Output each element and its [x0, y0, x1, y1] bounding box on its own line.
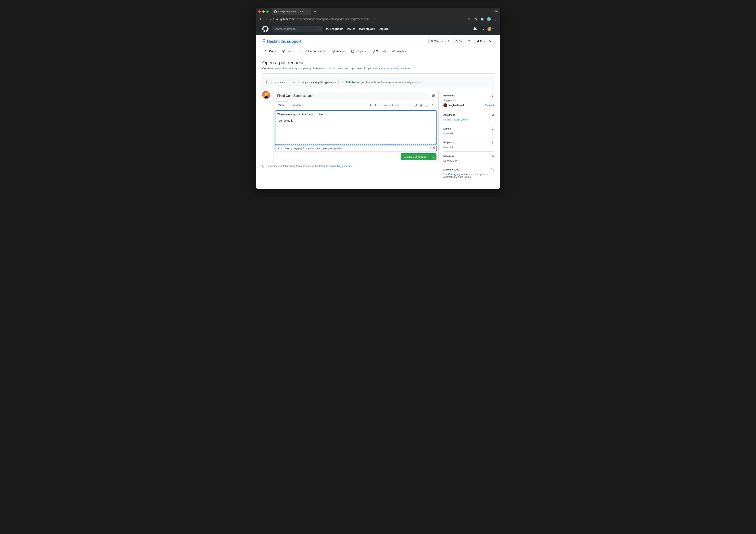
github-nav: Pull requests Issues Marketplace Explore [326, 27, 389, 31]
repo-owner-link[interactable]: Hashnode [267, 39, 285, 43]
heading-icon[interactable]: H [370, 103, 372, 107]
notification-dot [475, 27, 477, 28]
projects-section: Projects None yet [444, 138, 494, 151]
nav-explore[interactable]: Explore [378, 27, 389, 31]
new-tab-button[interactable]: + [312, 10, 318, 14]
gear-icon[interactable] [491, 127, 494, 130]
gear-icon[interactable] [491, 94, 494, 97]
tab-projects[interactable]: Projects [349, 48, 368, 55]
url-path: /Hashnode/support/compare/catalinpit/fix… [294, 17, 370, 21]
zoom-icon[interactable] [468, 17, 471, 21]
repo-icon [262, 40, 265, 43]
assign-yourself-link[interactable]: assign yourself [453, 118, 469, 121]
github-logo-icon[interactable] [262, 26, 269, 32]
window-close[interactable] [258, 11, 261, 13]
compare-forks-link[interactable]: compare across forks [384, 67, 411, 70]
forward-button[interactable] [265, 17, 268, 21]
bold-icon[interactable]: B [375, 103, 378, 107]
create-new-dropdown[interactable]: + [480, 27, 484, 31]
window-minimize[interactable] [262, 11, 265, 13]
preview-tab[interactable]: Preview [288, 101, 305, 109]
saved-replies-icon[interactable] [431, 103, 436, 107]
request-review-link[interactable]: Request [485, 104, 494, 107]
check-icon [341, 81, 344, 84]
quote-icon[interactable] [384, 103, 387, 107]
window-zoom[interactable] [266, 11, 269, 13]
contributor-suggestions-icon[interactable] [431, 93, 437, 99]
nav-marketplace[interactable]: Marketplace [359, 27, 375, 31]
chevron-down-icon [335, 82, 337, 83]
mention-icon[interactable]: @ [419, 103, 423, 107]
gear-icon[interactable] [491, 141, 494, 144]
lock-icon [276, 18, 279, 20]
gear-icon[interactable] [491, 154, 494, 158]
star-button[interactable]: Star 23 [453, 39, 472, 44]
labels-section: Labels None yet [444, 124, 494, 138]
browser-menu-icon[interactable]: ⋮ [494, 17, 497, 21]
author-avatar[interactable] [262, 91, 270, 99]
close-tab-icon[interactable]: × [307, 10, 309, 13]
code-icon[interactable] [390, 103, 393, 107]
slash-key-hint: / [317, 27, 321, 31]
milestone-section: Milestone No milestone [444, 151, 494, 165]
merge-status: Able to merge. These branches can be aut… [341, 81, 422, 84]
task-list-icon[interactable] [414, 103, 417, 107]
contributing-guidelines-link[interactable]: contributing guidelines [329, 165, 352, 168]
extensions-icon[interactable] [481, 17, 484, 21]
page-title: Open a pull request [262, 60, 494, 66]
tab-security[interactable]: Security [369, 48, 389, 55]
nav-pull-requests[interactable]: Pull requests [326, 27, 343, 31]
svg-point-5 [265, 93, 268, 95]
bullet-list-icon[interactable] [402, 103, 405, 107]
link-icon[interactable] [396, 103, 399, 107]
bookmark-star-icon[interactable] [474, 17, 477, 21]
pr-body-textarea[interactable] [275, 110, 437, 145]
fork-count[interactable]: 14 [487, 39, 494, 44]
gear-icon[interactable] [491, 113, 494, 117]
tab-actions[interactable]: Actions [329, 48, 348, 55]
pr-title-input[interactable] [275, 93, 429, 99]
url-host: github.com [280, 17, 294, 21]
watch-count[interactable]: 6 [446, 39, 451, 44]
fork-button[interactable]: Fork 14 [474, 39, 494, 44]
user-menu[interactable] [487, 27, 494, 31]
info-icon [262, 165, 265, 168]
grammarly-indicator[interactable] [433, 147, 435, 148]
italic-icon[interactable]: I [380, 103, 381, 107]
star-icon [455, 40, 458, 43]
reference-icon[interactable] [425, 103, 429, 107]
write-tab[interactable]: Write [275, 101, 288, 109]
numbered-list-icon[interactable] [408, 103, 411, 107]
notifications-button[interactable] [473, 27, 477, 31]
reload-button[interactable] [271, 17, 274, 21]
linked-issues-section: Linked issuesi Use Closing keywords in t… [444, 165, 494, 181]
browser-address-bar: github.com/Hashnode/support/compare/cata… [256, 15, 500, 23]
compare-branch-select[interactable]: compare: catalinpit/fix-type-faqs [298, 80, 338, 85]
star-count[interactable]: 23 [465, 39, 472, 44]
create-pr-dropdown[interactable] [431, 153, 437, 160]
base-branch-select[interactable]: base: main [272, 80, 290, 85]
watch-button[interactable]: Watch 6 [428, 39, 451, 44]
arrow-left-icon: ← [293, 81, 296, 84]
fork-icon [476, 40, 479, 43]
page-subtitle: Create a new pull request by comparing c… [262, 67, 494, 74]
pull-count-badge: 1 [322, 50, 326, 53]
github-search-input[interactable]: Search or jump to... / [272, 26, 323, 32]
attach-file-bar[interactable]: Attach files by dragging & dropping, sel… [275, 146, 437, 151]
tab-issues[interactable]: Issues [280, 48, 297, 55]
back-button[interactable] [259, 17, 262, 21]
tab-insights[interactable]: Insights [390, 48, 408, 55]
url-field[interactable]: github.com/Hashnode/support/compare/cata… [276, 17, 463, 21]
suggested-reviewer-avatar[interactable] [444, 103, 447, 107]
info-icon[interactable]: i [491, 168, 494, 171]
profile-avatar[interactable] [487, 17, 491, 21]
repo-name-link[interactable]: support [287, 39, 301, 43]
create-pr-button[interactable]: Create pull request [401, 153, 431, 160]
suggested-reviewer-name[interactable]: Megha-Pathak [448, 104, 464, 107]
tab-pull-requests[interactable]: Pull requests1 [298, 48, 328, 55]
svg-point-7 [402, 105, 402, 105]
browser-tab[interactable]: Comparing main...catalinpit/fix × [272, 8, 311, 15]
tab-code[interactable]: Code [262, 48, 278, 55]
closing-keywords-link[interactable]: Closing keywords [448, 173, 467, 175]
nav-issues[interactable]: Issues [347, 27, 356, 31]
